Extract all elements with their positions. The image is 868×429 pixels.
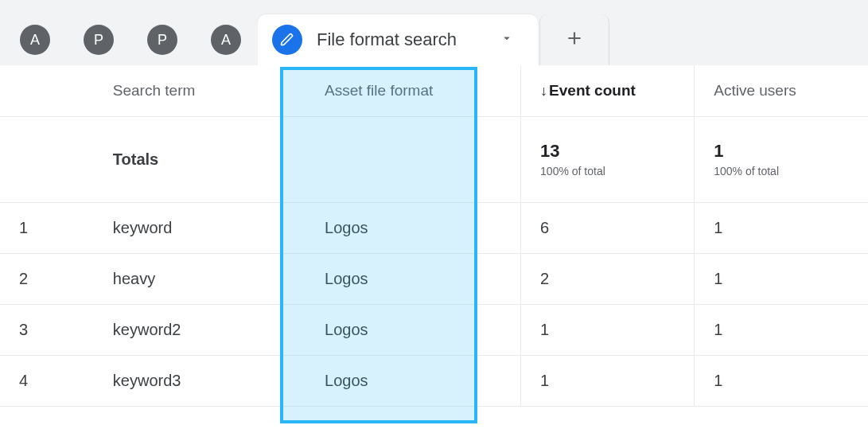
totals-event-pct: 100% of total	[540, 165, 675, 177]
tab-passive-0[interactable]: A	[3, 14, 67, 65]
tab-badge: A	[211, 25, 241, 55]
table-row[interactable]: 4 keyword3 Logos 1 1	[0, 355, 868, 406]
tab-badge: P	[84, 25, 114, 55]
col-event-count-header[interactable]: ↓Event count	[521, 65, 695, 116]
tab-active[interactable]: File format search	[258, 14, 538, 65]
table-row[interactable]: 2 heavy Logos 2 1	[0, 253, 868, 304]
row-users: 1	[695, 253, 868, 304]
table-row[interactable]: 3 keyword2 Logos 1 1	[0, 304, 868, 355]
tab-passive-1[interactable]: P	[67, 14, 130, 65]
row-term: keyword2	[94, 304, 306, 355]
tab-badge: A	[20, 25, 50, 55]
row-term: keyword	[94, 202, 306, 253]
add-tab-button[interactable]	[539, 14, 609, 65]
totals-users-pct: 100% of total	[714, 165, 849, 177]
row-events: 6	[521, 202, 695, 253]
tab-bar: A P P A File format search	[0, 0, 868, 65]
table-row[interactable]: 1 keyword Logos 6 1	[0, 202, 868, 253]
row-format: Logos	[306, 202, 521, 253]
row-users: 1	[695, 304, 868, 355]
row-users: 1	[695, 202, 868, 253]
pencil-icon	[272, 25, 302, 55]
totals-event-count: 13	[540, 141, 675, 162]
tab-passive-2[interactable]: P	[130, 14, 194, 65]
chevron-down-icon[interactable]	[500, 31, 514, 49]
totals-row: Totals 13 100% of total 1 100% of total	[0, 116, 868, 202]
tab-active-label: File format search	[317, 29, 457, 50]
col-search-term-header[interactable]: Search term	[94, 65, 306, 116]
tab-passive-3[interactable]: A	[194, 14, 258, 65]
col-active-users-header[interactable]: Active users	[695, 65, 868, 116]
report-table: Search term Asset file format ↓Event cou…	[0, 65, 868, 407]
row-events: 1	[521, 304, 695, 355]
row-format: Logos	[306, 355, 521, 406]
tab-badge: P	[147, 25, 177, 55]
col-asset-format-header[interactable]: Asset file format	[306, 65, 521, 116]
row-format: Logos	[306, 304, 521, 355]
row-events: 1	[521, 355, 695, 406]
totals-label: Totals	[94, 116, 306, 202]
row-users: 1	[695, 355, 868, 406]
row-index: 3	[0, 304, 94, 355]
row-index: 1	[0, 202, 94, 253]
totals-active-users: 1	[714, 141, 849, 162]
plus-icon	[564, 28, 585, 52]
row-events: 2	[521, 253, 695, 304]
row-term: heavy	[94, 253, 306, 304]
row-format: Logos	[306, 253, 521, 304]
row-term: keyword3	[94, 355, 306, 406]
row-index: 4	[0, 355, 94, 406]
col-index-header	[0, 65, 94, 116]
sort-desc-icon: ↓	[540, 83, 547, 99]
row-index: 2	[0, 253, 94, 304]
